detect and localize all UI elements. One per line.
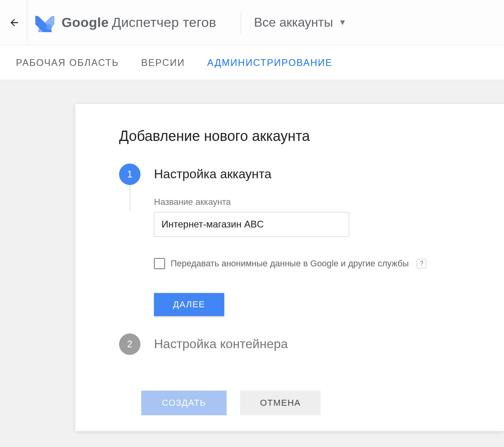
stepper: 1 Настройка аккаунта Название аккаунта П…: [119, 164, 460, 355]
help-icon[interactable]: ?: [417, 259, 426, 268]
step-1-title: Настройка аккаунта: [154, 164, 271, 185]
account-picker[interactable]: Все аккаунты ▼: [254, 15, 346, 30]
step-connector: [130, 185, 130, 211]
step-1-body: Название аккаунта Передавать анонимные д…: [119, 197, 460, 316]
tab-versions[interactable]: ВЕРСИИ: [141, 57, 185, 68]
chevron-down-icon: ▼: [339, 18, 346, 27]
header-separator: [241, 11, 241, 35]
google-word: Google: [62, 15, 109, 30]
tab-bar: РАБОЧАЯ ОБЛАСТЬ ВЕРСИИ АДМИНИСТРИРОВАНИЕ: [0, 45, 504, 80]
step-2-badge: 2: [119, 333, 140, 355]
account-picker-label: Все аккаунты: [254, 15, 333, 30]
step-2: 2 Настройка контейнера: [119, 333, 460, 355]
svg-point-2: [46, 24, 52, 30]
footer-actions: СОЗДАТЬ ОТМЕНА: [119, 391, 460, 415]
product-title: Google Диспетчер тегов: [62, 15, 216, 30]
step-1-badge: 1: [119, 164, 140, 185]
app-header: Google Диспетчер тегов Все аккаунты ▼: [0, 0, 504, 45]
anon-data-checkbox[interactable]: [154, 258, 165, 269]
header-divider: [27, 0, 27, 45]
new-account-card: Добавление нового аккаунта 1 Настройка а…: [75, 104, 504, 431]
back-button[interactable]: [5, 13, 24, 32]
tag-manager-icon: [35, 13, 54, 32]
next-button[interactable]: ДАЛЕЕ: [154, 293, 224, 316]
product-word: Диспетчер тегов: [112, 15, 216, 30]
card-title: Добавление нового аккаунта: [119, 128, 460, 145]
cancel-button[interactable]: ОТМЕНА: [240, 391, 321, 415]
tab-workspace[interactable]: РАБОЧАЯ ОБЛАСТЬ: [16, 57, 119, 68]
arrow-left-icon: [9, 17, 20, 28]
step-1: 1 Настройка аккаунта: [119, 164, 460, 185]
anon-data-label: Передавать анонимные данные в Google и д…: [171, 258, 409, 269]
tab-admin[interactable]: АДМИНИСТРИРОВАНИЕ: [207, 57, 333, 68]
step-2-title: Настройка контейнера: [154, 333, 288, 355]
account-name-input[interactable]: [154, 212, 349, 237]
page-canvas: Добавление нового аккаунта 1 Настройка а…: [0, 80, 504, 447]
create-button[interactable]: СОЗДАТЬ: [141, 391, 227, 415]
account-name-label: Название аккаунта: [154, 197, 460, 207]
product-logo-block: Google Диспетчер тегов: [35, 13, 228, 32]
anon-data-row: Передавать анонимные данные в Google и д…: [154, 258, 460, 269]
